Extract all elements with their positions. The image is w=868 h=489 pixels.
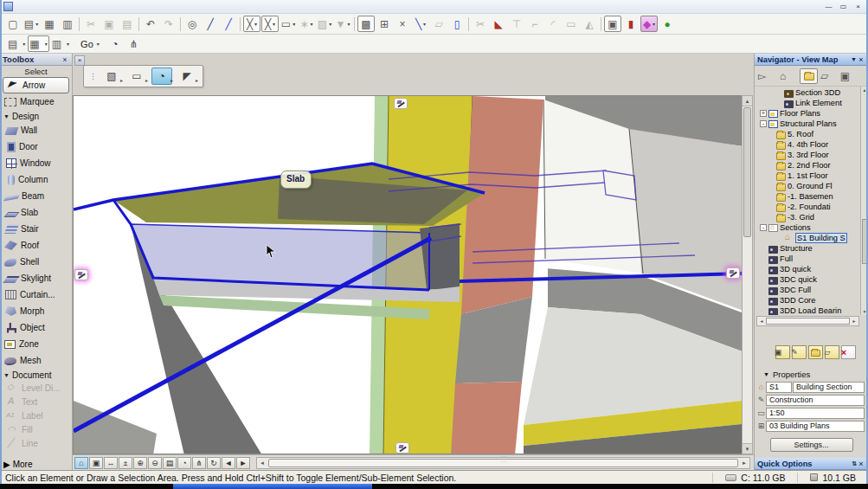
scrollbar-thumb[interactable] — [862, 219, 867, 264]
tree-item-3dc-full[interactable]: 3DC Full — [755, 285, 868, 295]
flyout-arrow-icon[interactable]: ▸ — [120, 77, 123, 83]
toolbar-button[interactable] — [466, 16, 471, 32]
corner-icon[interactable]: ⌐ — [526, 16, 543, 32]
section-marker-icon[interactable] — [726, 267, 740, 279]
toolbar-button[interactable] — [599, 16, 603, 32]
edit-view-button[interactable]: ✎ — [792, 345, 807, 359]
restore-button[interactable]: ▭ — [837, 2, 850, 12]
tool-object[interactable]: Object — [0, 319, 72, 336]
zoom-box-icon[interactable]: ▣ — [89, 457, 103, 469]
navigator-header[interactable]: Navigator - View Map ▼ × — [755, 54, 868, 66]
layers-icon[interactable]: ▨ — [316, 16, 333, 32]
save-icon[interactable]: ▦ — [41, 16, 58, 32]
layout-book-icon[interactable]: ▱ — [820, 68, 839, 84]
tree-item-3dc-quick[interactable]: 3DC quick — [755, 274, 868, 285]
section-marker-icon[interactable] — [394, 98, 408, 109]
tree-item-link-element[interactable]: Link Element — [755, 98, 868, 108]
toolbar-button[interactable] — [137, 16, 141, 32]
tree-item-ground-floor[interactable]: 0. Ground Fl — [755, 181, 868, 191]
arc-icon[interactable]: ◜ — [544, 16, 562, 32]
menu-item[interactable] — [114, 1, 128, 13]
toolbar-button[interactable] — [102, 35, 106, 52]
pick-up-parameters-icon[interactable]: ╱ — [202, 16, 219, 32]
menu-item[interactable] — [87, 1, 100, 13]
roof-icon[interactable]: ◭ — [581, 16, 598, 32]
toolbar-button[interactable] — [77, 16, 81, 32]
tool-window[interactable]: Window — [0, 155, 72, 171]
tree-expander[interactable]: - — [760, 120, 767, 127]
tool-curtain-wall[interactable]: Curtain... — [0, 286, 72, 303]
red-pin-icon[interactable]: ▮ — [622, 16, 640, 32]
walk-icon[interactable]: ⋔ — [127, 35, 145, 52]
snap-guides-icon[interactable]: ∗ — [298, 16, 315, 32]
minimize-button[interactable]: — — [822, 2, 835, 12]
zoom-rect-icon[interactable]: ▭ — [126, 68, 147, 85]
tool-wall[interactable]: Wall — [0, 122, 72, 138]
scroll-down-icon[interactable]: ▼ — [743, 443, 752, 454]
document-section-header[interactable]: ▼Document — [0, 369, 72, 381]
menu-item[interactable] — [31, 1, 45, 13]
toolbar-button[interactable] — [352, 16, 357, 32]
tool-skylight[interactable]: Skylight — [0, 270, 72, 286]
tool-shell[interactable]: Shell — [0, 254, 72, 270]
adjust-icon[interactable]: ◣ — [490, 16, 507, 32]
3d-view-canvas[interactable]: Slab — [73, 95, 742, 454]
tree-item-3rd-floor[interactable]: 3. 3rd Floor — [755, 150, 868, 160]
publisher-icon[interactable]: ▣ — [841, 68, 859, 84]
print-icon[interactable]: ▥ — [59, 16, 76, 32]
tree-horizontal-scrollbar[interactable]: ◄ ► — [756, 316, 859, 326]
menu-item[interactable] — [59, 1, 73, 13]
design-section-header[interactable]: ▼Design — [0, 110, 72, 122]
grid-3d-icon[interactable]: ▩ — [357, 16, 375, 32]
orbit-icon[interactable]: ◔ — [177, 457, 191, 469]
magic-wand-icon[interactable]: ◆ — [640, 16, 658, 32]
inject-parameters-icon[interactable]: ╱ — [220, 16, 237, 32]
pen-icon[interactable]: ╲ — [412, 16, 429, 32]
quick-options-header[interactable]: Quick Options ⇅ × — [755, 458, 868, 470]
tool-stair[interactable]: Stair — [0, 221, 72, 237]
walk-icon[interactable]: ⋔ — [192, 457, 206, 469]
tree-item-3dd-load-bearing[interactable]: 3DD Load Bearin — [755, 306, 868, 315]
project-map-icon[interactable]: ⌂ — [779, 68, 797, 84]
tree-item-grid[interactable]: -3. Grid — [755, 212, 868, 222]
tree-item-s1-building-section[interactable]: S1 Building S — [755, 233, 868, 243]
fit-width-icon[interactable]: ↔ — [104, 457, 118, 469]
tool-line[interactable]: Line — [0, 436, 72, 450]
floor-plan-type-icon[interactable]: ▤ — [7, 35, 26, 52]
tool-door[interactable]: Door — [0, 138, 72, 155]
close-icon[interactable]: × — [857, 55, 865, 64]
frame-icon[interactable]: ▣ — [604, 16, 621, 32]
tool-label[interactable]: Label — [0, 409, 72, 422]
previous-zoom-icon[interactable]: ◄ — [222, 457, 235, 469]
tree-item-3dd-core[interactable]: 3DD Core — [755, 295, 868, 306]
more-section-header[interactable]: ▶More — [0, 458, 72, 470]
tree-item-1st-floor[interactable]: 1. 1st Floor — [755, 171, 868, 181]
tool-column[interactable]: Column — [0, 171, 72, 188]
toolbox-header[interactable]: Toolbox × — [0, 54, 72, 66]
new-folder-button[interactable] — [808, 345, 823, 359]
fit-home-icon[interactable]: ⌂ — [74, 457, 88, 469]
tree-vertical-scrollbar[interactable]: ▲ ▼ — [860, 87, 868, 315]
tree-item-roof[interactable]: 5. Roof — [755, 129, 868, 139]
trim-icon[interactable]: ✂ — [472, 16, 489, 32]
tool-level-dimension[interactable]: Level Di... — [0, 381, 72, 395]
split-icon[interactable]: ⊤ — [508, 16, 525, 32]
menu-item[interactable] — [128, 1, 142, 13]
viewport-vertical-scrollbar[interactable]: ▲ ▼ — [742, 95, 753, 454]
flyout-icon[interactable]: ▻ — [758, 68, 776, 84]
clone-view-button[interactable]: ▣ — [775, 345, 790, 359]
tree-expander[interactable]: + — [760, 110, 767, 117]
next-zoom-icon[interactable]: ► — [236, 457, 250, 469]
scroll-down-icon[interactable]: ▼ — [861, 308, 868, 315]
flyout-arrow-icon[interactable]: ▸ — [196, 77, 198, 83]
menu-item[interactable] — [17, 1, 31, 13]
settings-button[interactable]: Settings... — [770, 438, 853, 452]
dimension-icon[interactable]: ⊞ — [376, 16, 393, 32]
section-marker-icon[interactable] — [395, 442, 409, 454]
close-button[interactable]: × — [852, 2, 865, 12]
scrollbar-thumb[interactable] — [268, 459, 738, 467]
scroll-up-icon[interactable]: ▲ — [743, 96, 752, 106]
close-icon[interactable]: × — [857, 460, 865, 468]
orbit-3d-icon[interactable]: ◔ — [108, 35, 125, 52]
tree-item-4th-floor[interactable]: 4. 4th Floor — [755, 139, 868, 150]
